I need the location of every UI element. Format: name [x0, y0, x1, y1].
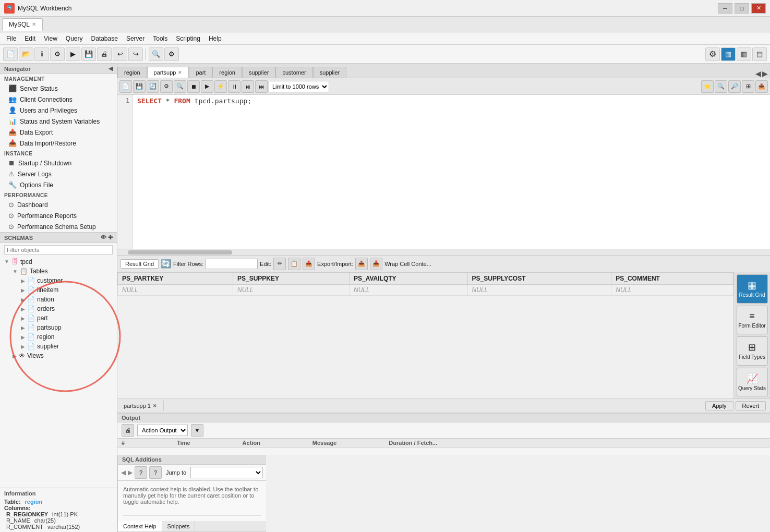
- tree-item-lineitem[interactable]: ▶ 📄 lineitem: [0, 285, 117, 295]
- edit-export2-button[interactable]: 📤: [303, 258, 315, 270]
- tree-item-tables[interactable]: ▼ 📋 Tables: [0, 267, 117, 276]
- import-button[interactable]: 📥: [370, 258, 382, 270]
- limit-select[interactable]: Limit to 1000 rows: [269, 81, 329, 92]
- ed-settings-button[interactable]: ⚙: [160, 80, 173, 93]
- menu-server[interactable]: Server: [122, 34, 149, 43]
- close-button[interactable]: ✕: [751, 3, 766, 14]
- sql-editor-scrollbar[interactable]: [117, 249, 770, 255]
- ed-pause-button[interactable]: ⏸: [228, 80, 240, 93]
- editor-tab-region[interactable]: region: [117, 67, 147, 78]
- sa-forward-button[interactable]: ▶: [128, 469, 133, 476]
- apply-button[interactable]: Apply: [705, 401, 733, 410]
- tree-item-orders[interactable]: ▶ 📄 orders: [0, 304, 117, 313]
- ed-run-button[interactable]: ▶: [201, 80, 213, 93]
- tree-item-part[interactable]: ▶ 📄 part: [0, 313, 117, 323]
- menu-tools[interactable]: Tools: [149, 34, 172, 43]
- snippets-tab[interactable]: Snippets: [162, 521, 196, 531]
- partsupp-tab[interactable]: partsupp 1 ✕: [117, 401, 164, 411]
- minimize-button[interactable]: ─: [718, 3, 732, 14]
- ed-save-button[interactable]: 💾: [133, 80, 146, 93]
- editor-tab-part[interactable]: part: [189, 67, 212, 78]
- export-button[interactable]: 📤: [355, 258, 368, 270]
- tb-filter-button[interactable]: ⚙: [164, 47, 179, 61]
- tab-next-button[interactable]: ▶: [762, 69, 768, 78]
- sa-back-button[interactable]: ◀: [121, 469, 126, 476]
- sidebar-item-performance-reports[interactable]: ⊙ Performance Reports: [0, 210, 117, 221]
- result-grid-button[interactable]: ▦ Result Grid: [737, 274, 768, 304]
- tb-layout3-button[interactable]: ▤: [752, 47, 767, 61]
- tab-prev-button[interactable]: ◀: [755, 69, 761, 78]
- sidebar-item-startup-shutdown[interactable]: ⏹ Startup / Shutdown: [0, 158, 117, 168]
- tb-print-button[interactable]: 🖨: [97, 47, 112, 61]
- sa-btn1[interactable]: ?: [135, 466, 147, 479]
- form-editor-button[interactable]: ≡ Form Editor: [737, 306, 768, 335]
- tree-item-tpcd[interactable]: ▼ 🗄 tpcd: [0, 257, 117, 267]
- tb-layout1-button[interactable]: ▦: [721, 47, 736, 61]
- sidebar-item-server-logs[interactable]: ⚠ Server Logs: [0, 168, 117, 179]
- menu-scripting[interactable]: Scripting: [172, 34, 204, 43]
- ed-search2-button[interactable]: 🔍: [715, 80, 727, 93]
- menu-edit[interactable]: Edit: [20, 34, 40, 43]
- tb-redo-button[interactable]: ↪: [128, 47, 143, 61]
- sidebar-item-status-variables[interactable]: 📊 Status and System Variables: [0, 116, 117, 127]
- tree-item-partsupp[interactable]: ▶ 📄 partsupp: [0, 323, 117, 332]
- main-tab-mysql[interactable]: MySQL ✕: [2, 18, 43, 31]
- tree-item-supplier[interactable]: ▶ 📄 supplier: [0, 342, 117, 351]
- context-help-tab[interactable]: Context Help: [118, 521, 162, 531]
- tb-settings-button[interactable]: ⚙: [50, 47, 65, 61]
- edit-pencil-button[interactable]: ✏: [273, 258, 286, 270]
- ed-export-button[interactable]: 📤: [755, 80, 768, 93]
- sidebar-item-dashboard[interactable]: ⊙ Dashboard: [0, 199, 117, 210]
- ed-zoom-button[interactable]: 🔎: [728, 80, 741, 93]
- menu-file[interactable]: File: [2, 34, 20, 43]
- tree-item-views[interactable]: ▶ 👁 Views: [0, 351, 117, 360]
- tb-open-button[interactable]: 📂: [19, 47, 33, 61]
- sidebar-item-data-export[interactable]: 📤 Data Export: [0, 127, 117, 138]
- tb-search-button[interactable]: 🔍: [149, 47, 163, 61]
- menu-query[interactable]: Query: [62, 34, 87, 43]
- ed-run-script-button[interactable]: ⚡: [214, 80, 227, 93]
- tb-undo-button[interactable]: ↩: [113, 47, 127, 61]
- ed-format-button[interactable]: ⊞: [742, 80, 754, 93]
- output-select[interactable]: Action Output: [137, 425, 188, 436]
- revert-button[interactable]: Revert: [736, 401, 766, 410]
- sidebar-item-data-import[interactable]: 📥 Data Import/Restore: [0, 138, 117, 149]
- output-dropdown-button[interactable]: ▼: [191, 424, 203, 437]
- tree-item-customer[interactable]: ▶ 📄 customer: [0, 276, 117, 285]
- tb-gear-button[interactable]: ⚙: [705, 47, 720, 61]
- sql-editor[interactable]: 1 SELECT * FROM tpcd.partsupp;: [117, 95, 770, 249]
- bottom-tab-close-icon[interactable]: ✕: [153, 403, 157, 408]
- sidebar-item-options-file[interactable]: 🔧 Options File: [0, 179, 117, 190]
- tb-run-button[interactable]: ▶: [66, 47, 80, 61]
- editor-tab-customer[interactable]: customer: [275, 67, 312, 78]
- sidebar-item-performance-schema[interactable]: ⊙ Performance Schema Setup: [0, 221, 117, 232]
- tb-layout2-button[interactable]: ▥: [737, 47, 751, 61]
- sidebar-item-client-connections[interactable]: 👥 Client Connections: [0, 94, 117, 105]
- editor-tab-region2[interactable]: region: [212, 67, 242, 78]
- sidebar-item-server-status[interactable]: ⬛ Server Status: [0, 83, 117, 94]
- main-tab-close-icon[interactable]: ✕: [32, 21, 36, 27]
- editor-tab-partsupp[interactable]: partsupp ✕: [147, 67, 189, 78]
- filter-rows-input[interactable]: [206, 259, 258, 269]
- jump-to-select[interactable]: [190, 467, 263, 478]
- menu-view[interactable]: View: [40, 34, 62, 43]
- ed-stop2-button[interactable]: ⏯: [242, 80, 254, 93]
- navigator-collapse-icon[interactable]: ◀: [109, 65, 113, 72]
- menu-help[interactable]: Help: [204, 34, 226, 43]
- output-icon-button[interactable]: 🖨: [122, 424, 134, 437]
- sidebar-item-users-privileges[interactable]: 👤 Users and Privileges: [0, 105, 117, 116]
- tree-item-nation[interactable]: ▶ 📄 nation: [0, 295, 117, 304]
- ed-search-button[interactable]: 🔍: [174, 80, 186, 93]
- query-stats-button[interactable]: 📈 Query Stats: [737, 368, 768, 397]
- tb-info-button[interactable]: ℹ: [34, 47, 49, 61]
- sa-btn2[interactable]: ?: [149, 466, 162, 479]
- edit-copy-button[interactable]: 📋: [288, 258, 300, 270]
- tree-item-region[interactable]: ▶ 📄 region: [0, 332, 117, 342]
- ed-refresh-button[interactable]: 🔄: [147, 80, 159, 93]
- tb-save-button[interactable]: 💾: [81, 47, 96, 61]
- ed-jump-button[interactable]: ⏭: [255, 80, 268, 93]
- sql-code-area[interactable]: SELECT * FROM tpcd.partsupp;: [133, 95, 770, 249]
- ed-new-button[interactable]: 📄: [119, 80, 132, 93]
- maximize-button[interactable]: □: [735, 3, 749, 14]
- editor-tab-supplier[interactable]: supplier: [242, 67, 276, 78]
